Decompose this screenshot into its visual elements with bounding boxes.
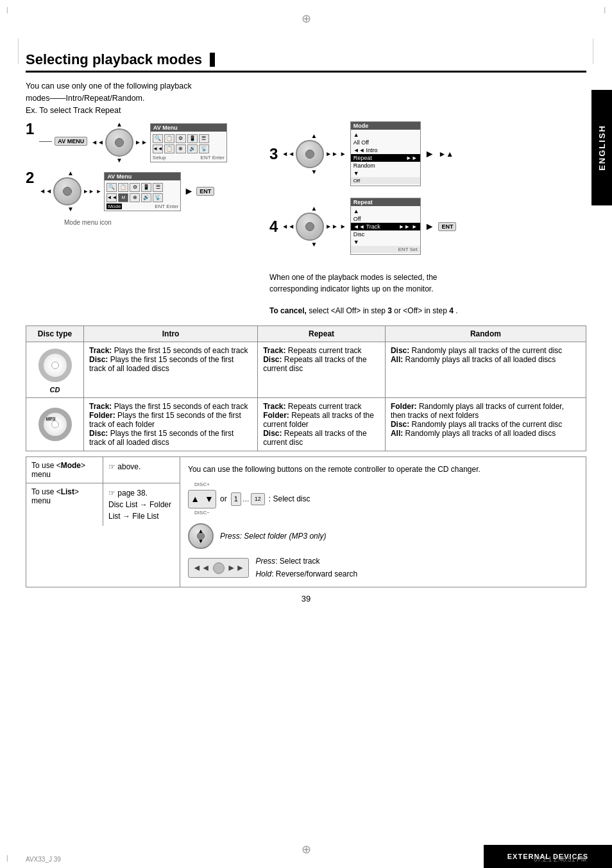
menu-icon-7: 📋	[164, 144, 174, 153]
step3-flow-arrow: ►	[425, 148, 435, 160]
intro-line1: You can use only one of the following pl…	[26, 80, 257, 92]
step-2-block: 2 ▲ ◄◄ ►► ► ▼	[26, 170, 257, 213]
cd-label: CD	[50, 386, 60, 394]
step1-av-menu: AV Menu 🔍 📋 ⚙ 📱 ☰	[150, 123, 227, 162]
menu-icon-2: 📋	[164, 134, 174, 143]
step1-flow: ▲ ◄◄ ►► ▼ AV M	[91, 121, 227, 164]
th-repeat: Repeat	[258, 326, 386, 342]
step3-row-arrow-down: ▼	[351, 169, 420, 177]
mp3-repeat-cell: Track: Repeats current track Folder: Rep…	[258, 398, 386, 451]
press-folder-label: Press: Select folder (MP3 only)	[220, 530, 326, 542]
step4-big-knob	[296, 213, 324, 241]
table-row-cd: CD Track: Plays the first 15 seconds of …	[26, 342, 586, 398]
menu-icon-3: ⚙	[176, 134, 186, 143]
list-menu-row: To use <List> menu ☞ page 38. Disc List …	[26, 483, 180, 526]
corner-mark-bl: |	[6, 855, 8, 862]
main-table: Disc type Intro Repeat Random CD Track: …	[26, 326, 586, 451]
menu-setup-row: Setup ENT Enter	[151, 155, 226, 161]
disc-down-arrow[interactable]: ▼	[205, 492, 214, 506]
ellipsis: …	[242, 494, 250, 505]
cancel-mid: or <Off> in step	[394, 306, 449, 315]
track-center-btn[interactable]	[213, 562, 225, 574]
step2-big-knob	[53, 177, 81, 205]
bottom-right: You can use the following buttons on the…	[180, 457, 586, 587]
step4-menu-header: Repeat	[351, 198, 420, 206]
bottom-left: To use <Mode> menu ☞ above. To use <List…	[26, 457, 180, 587]
step1-big-knob	[105, 128, 133, 157]
av-menu-button[interactable]: AV MENU	[55, 137, 87, 146]
av-menu-label-box: AV MENU	[39, 137, 87, 146]
side-line-left	[18, 39, 19, 64]
next-track-icon[interactable]: ►►	[227, 560, 245, 575]
step3-row-repeat: Repeat ►►	[351, 154, 420, 162]
step3-menu-header: Mode	[351, 122, 420, 130]
steps-area: 1 AV MENU ▲ ◄◄	[26, 121, 586, 317]
step4-repeat-menu: Repeat ▲ Off ◄◄ Track ►► ►	[350, 198, 421, 255]
step-3-block: 3 ▲ ◄◄ ►► ► ▼	[269, 121, 586, 186]
step3-row-arrow-up: ▲	[351, 131, 420, 139]
cancel-text: select <All Off> in step	[309, 306, 387, 315]
step4-set-label: Set	[410, 247, 418, 252]
step1-knob: ▲ ◄◄ ►► ▼	[91, 121, 148, 164]
step4-menu-body: ▲ Off ◄◄ Track ►► ► Disc	[351, 206, 420, 254]
corner-mark-tl: |	[6, 6, 8, 13]
mode-menu-row: To use <Mode> menu ☞ above.	[26, 457, 180, 483]
num-1-btn[interactable]: 1	[231, 492, 241, 507]
mode-menu-value: ☞ above.	[103, 457, 180, 483]
mp3-intro-cell: Track: Plays the first 15 seconds of eac…	[84, 398, 258, 451]
step2-menu-header: AV Menu	[105, 173, 180, 180]
step3-off-label: Off	[353, 178, 361, 184]
step3-knob: ▲ ◄◄ ►► ► ▼	[282, 133, 346, 175]
mp3-disc-type-cell: MP3	[26, 398, 84, 451]
step-4-block: 4 ▲ ◄◄ ►► ► ▼	[269, 198, 586, 255]
num-12-btn[interactable]: 12	[251, 493, 265, 505]
main-content: Selecting playback modes You can use onl…	[26, 51, 586, 836]
menu-icon-1: 🔍	[153, 134, 163, 143]
step4-row-track: ◄◄ Track ►► ►	[351, 223, 420, 230]
mp3-random-cell: Folder: Randomly plays all tracks of cur…	[385, 398, 586, 451]
step4-row-disc: Disc	[351, 230, 420, 238]
step2-ent-btn: ENT	[196, 187, 214, 196]
page-title: Selecting playback modes	[26, 51, 586, 73]
menu-icon-9: 🔊	[187, 144, 198, 153]
step2-menu: AV Menu 🔍 📋 ⚙ 📱 ☰	[104, 172, 181, 211]
playback-note: When one of the playback modes is select…	[269, 272, 475, 295]
mp3-disc-icon: MP3	[38, 408, 72, 441]
step4-row-arrow-up: ▲	[351, 207, 420, 215]
step-3-label: 3	[269, 146, 278, 162]
side-line-right	[593, 39, 594, 64]
step4-flow-arrow: ►	[425, 221, 435, 232]
left-steps: 1 AV MENU ▲ ◄◄	[26, 121, 257, 317]
step4-row-arrow-down: ▼	[351, 238, 420, 246]
step4-row-off: Off	[351, 215, 420, 223]
english-sidebar: ENGLISH	[591, 90, 612, 205]
cd-disc-icon	[38, 349, 72, 382]
title-decoration	[210, 53, 215, 67]
th-disc-type: Disc type	[26, 326, 84, 342]
footer-left-text: AVX33_J 39	[26, 856, 61, 863]
step2-setup-row: Mode ENT Enter	[105, 204, 180, 209]
cd-repeat-cell: Track: Repeats current track Disc: Repea…	[258, 342, 386, 398]
cd-intro-cell: Track: Plays the first 15 seconds of eac…	[84, 342, 258, 398]
bottom-section: To use <Mode> menu ☞ above. To use <List…	[26, 456, 586, 587]
remote-area: DISC+ ▲ ▼ DISC− or 1	[188, 481, 578, 580]
cancel-suffix: .	[455, 306, 457, 315]
th-random: Random	[385, 326, 586, 342]
step4-ent-btn: ENT	[438, 222, 456, 231]
footer-right-text: 07.2.1 2:48:51 PM	[534, 856, 586, 863]
step2-flow-arrow: ►	[183, 186, 194, 197]
page-number: 39	[26, 594, 586, 603]
prev-track-icon[interactable]: ◄◄	[192, 560, 210, 575]
intro-text: You can use only one of the following pl…	[26, 80, 257, 116]
step2-menu-body: 🔍 📋 ⚙ 📱 ☰ ◄◄ M ⊕	[105, 180, 180, 211]
step1-menu-header: AV Menu	[151, 124, 226, 132]
step-2-label: 2	[26, 170, 34, 186]
or-text: or	[220, 493, 227, 505]
menu-icon-6: ◄◄	[153, 144, 163, 153]
menu-icon-5: ☰	[199, 134, 209, 143]
disc-up-arrow[interactable]: ▲	[191, 492, 200, 506]
step-1-block: 1 AV MENU ▲ ◄◄	[26, 121, 257, 164]
th-intro: Intro	[84, 326, 258, 342]
disc-minus-label: DISC−	[194, 509, 210, 517]
step2-flow: ▲ ◄◄ ►► ► ▼ AV	[39, 170, 214, 213]
